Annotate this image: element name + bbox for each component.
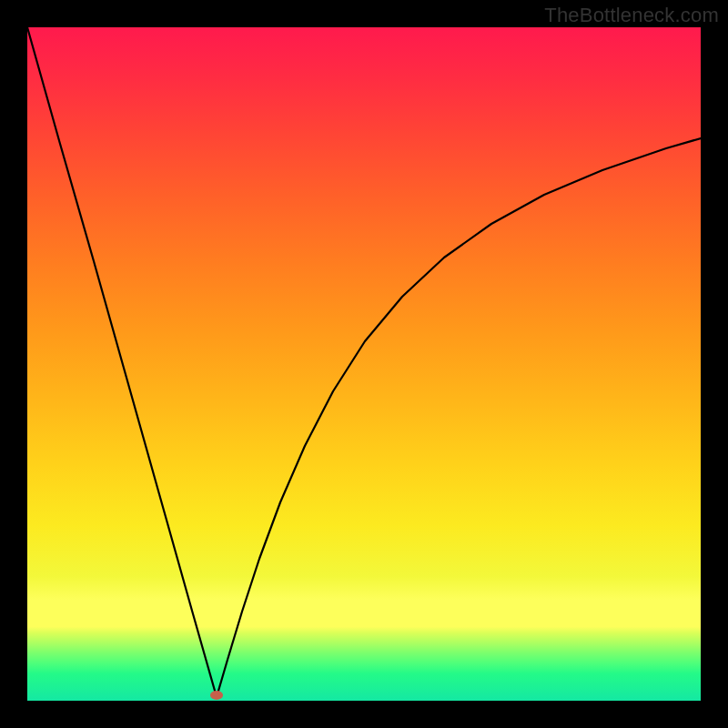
- bottleneck-curve: [27, 27, 701, 701]
- minimum-marker: [210, 691, 223, 700]
- watermark-text: TheBottleneck.com: [544, 4, 719, 27]
